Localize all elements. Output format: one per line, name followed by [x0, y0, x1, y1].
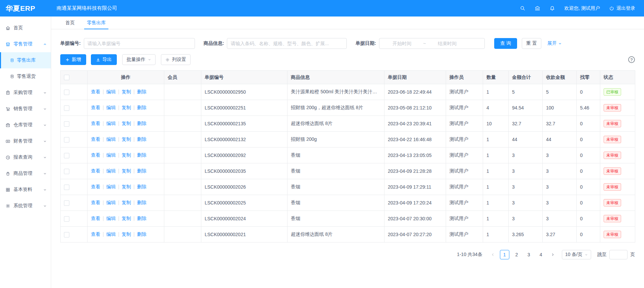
select-all-checkbox[interactable] — [64, 75, 69, 80]
delete-link[interactable]: 删除 — [137, 121, 146, 126]
jump-page-input[interactable] — [609, 250, 628, 259]
row-checkbox[interactable] — [64, 105, 69, 111]
total-amount-cell: 3.265 — [509, 227, 543, 243]
tab-retail-out[interactable]: 零售出库 — [81, 17, 112, 29]
edit-link[interactable]: 编辑 — [106, 105, 116, 110]
columns-label: 列设置 — [172, 57, 186, 63]
product-info-input[interactable] — [227, 38, 347, 49]
sidebar-item-goods[interactable]: 商品管理 — [0, 165, 51, 182]
delete-link[interactable]: 删除 — [137, 216, 146, 221]
link-separator: | — [118, 184, 120, 189]
view-link[interactable]: 查看 — [91, 105, 100, 110]
copy-link[interactable]: 复制 — [122, 89, 131, 94]
delete-link[interactable]: 删除 — [137, 105, 146, 110]
edit-link[interactable]: 编辑 — [106, 216, 116, 221]
row-checkbox[interactable] — [64, 185, 69, 190]
sidebar-item-home[interactable]: 首页 — [0, 20, 51, 36]
view-link[interactable]: 查看 — [91, 136, 100, 142]
table-row: 查看|编辑|复制|删除 LSCK00000002135 超迷你维达面纸 8片 2… — [61, 116, 635, 132]
column-settings-button[interactable]: 列设置 — [161, 54, 191, 65]
date-range-picker[interactable]: ~ — [379, 38, 485, 49]
view-link[interactable]: 查看 — [91, 152, 100, 158]
edit-link[interactable]: 编辑 — [106, 121, 116, 126]
row-checkbox[interactable] — [64, 216, 69, 222]
page-size-select[interactable]: 10 条/页 — [562, 250, 591, 259]
edit-link[interactable]: 编辑 — [106, 136, 116, 142]
sidebar-item-retail-out[interactable]: 零售出库 — [0, 52, 51, 68]
bill-no-input[interactable] — [84, 38, 195, 49]
view-link[interactable]: 查看 — [91, 89, 100, 94]
copy-link[interactable]: 复制 — [122, 168, 131, 173]
sidebar-item-finance[interactable]: 财务管理 — [0, 133, 51, 149]
edit-link[interactable]: 编辑 — [106, 89, 116, 94]
reset-button[interactable]: 重 置 — [522, 38, 541, 49]
view-link[interactable]: 查看 — [91, 200, 100, 205]
total-amount-cell: 32.7 — [509, 116, 543, 132]
edit-link[interactable]: 编辑 — [106, 152, 116, 158]
bell-icon[interactable] — [549, 5, 555, 11]
prev-page-button[interactable] — [488, 250, 497, 259]
sidebar-item-sale[interactable]: 销售管理 — [0, 101, 51, 117]
search-icon[interactable] — [520, 5, 526, 11]
sidebar-item-system[interactable]: 系统管理 — [0, 198, 51, 214]
delete-link[interactable]: 删除 — [137, 152, 146, 158]
edit-link[interactable]: 编辑 — [106, 200, 116, 205]
logout-button[interactable]: 退出登录 — [609, 5, 635, 11]
copy-link[interactable]: 复制 — [122, 216, 131, 221]
copy-link[interactable]: 复制 — [122, 184, 131, 189]
export-button[interactable]: 导出 — [91, 54, 117, 65]
delete-link[interactable]: 删除 — [137, 184, 146, 189]
date-start-input[interactable] — [382, 41, 422, 46]
row-select-cell — [61, 195, 88, 211]
page-button-3[interactable]: 3 — [524, 250, 534, 259]
column-header: 操作 — [88, 71, 164, 84]
delete-link[interactable]: 删除 — [137, 89, 146, 94]
sidebar-item-warehouse[interactable]: 仓库管理 — [0, 117, 51, 133]
delete-link[interactable]: 删除 — [137, 231, 146, 237]
add-button[interactable]: 新增 — [60, 54, 86, 65]
copy-link[interactable]: 复制 — [122, 136, 131, 142]
next-page-button[interactable] — [548, 250, 557, 259]
delete-link[interactable]: 删除 — [137, 136, 146, 142]
view-link[interactable]: 查看 — [91, 168, 100, 173]
help-icon[interactable]: ? — [628, 56, 635, 63]
page-button-4[interactable]: 4 — [536, 250, 546, 259]
row-checkbox[interactable] — [64, 232, 69, 237]
copy-link[interactable]: 复制 — [122, 121, 131, 126]
sidebar-item-basic[interactable]: 基本资料 — [0, 182, 51, 198]
view-link[interactable]: 查看 — [91, 184, 100, 189]
search-button[interactable]: 查 询 — [494, 38, 517, 49]
expand-toggle[interactable]: 展开 — [547, 40, 562, 46]
row-checkbox[interactable] — [64, 200, 69, 206]
row-select-cell — [61, 132, 88, 148]
sidebar-item-label: 零售管理 — [13, 41, 32, 47]
edit-link[interactable]: 编辑 — [106, 231, 116, 237]
table-body: 查看|编辑|复制|删除 LSCK00000002950 美汁源果粒橙 500ml… — [61, 84, 635, 243]
row-checkbox[interactable] — [64, 169, 69, 174]
copy-link[interactable]: 复制 — [122, 231, 131, 237]
view-link[interactable]: 查看 — [91, 231, 100, 237]
view-link[interactable]: 查看 — [91, 121, 100, 126]
row-checkbox[interactable] — [64, 153, 69, 158]
sidebar-item-retail[interactable]: 零售管理 — [0, 36, 51, 52]
row-checkbox[interactable] — [64, 137, 69, 142]
page-button-2[interactable]: 2 — [512, 250, 521, 259]
copy-link[interactable]: 复制 — [122, 105, 131, 110]
delete-link[interactable]: 删除 — [137, 200, 146, 205]
row-checkbox[interactable] — [64, 90, 69, 95]
batch-actions-button[interactable]: 批量操作 — [122, 54, 156, 65]
sidebar-item-purchase[interactable]: 采购管理 — [0, 85, 51, 101]
bank-icon[interactable] — [535, 5, 540, 11]
date-end-input[interactable] — [427, 41, 467, 46]
copy-link[interactable]: 复制 — [122, 200, 131, 205]
delete-link[interactable]: 删除 — [137, 168, 146, 173]
sidebar-item-retail-return[interactable]: 零售退货 — [0, 68, 51, 85]
edit-link[interactable]: 编辑 — [106, 168, 116, 173]
page-button-1[interactable]: 1 — [500, 250, 509, 259]
copy-link[interactable]: 复制 — [122, 152, 131, 158]
view-link[interactable]: 查看 — [91, 216, 100, 221]
row-checkbox[interactable] — [64, 121, 69, 127]
edit-link[interactable]: 编辑 — [106, 184, 116, 189]
sidebar-item-report[interactable]: 报表查询 — [0, 149, 51, 165]
tab-home[interactable]: 首页 — [59, 17, 81, 29]
